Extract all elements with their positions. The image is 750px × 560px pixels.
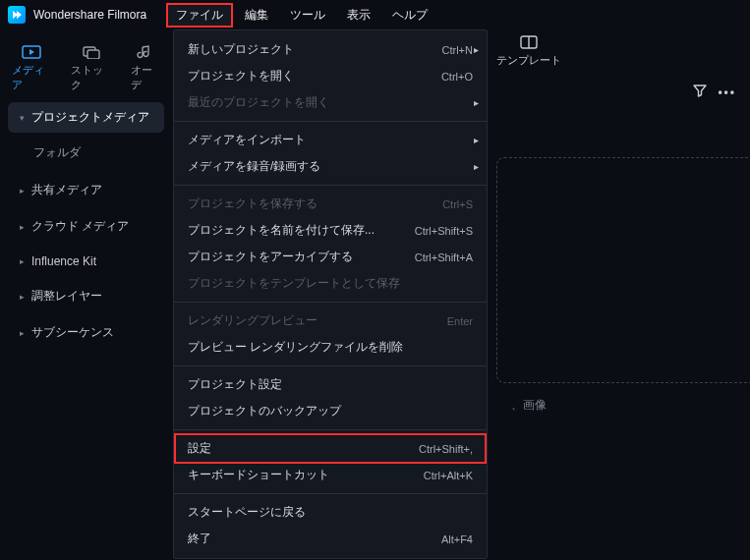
- menu-item-label: プロジェクトのバックアップ: [188, 403, 473, 420]
- menu-item-最近のプロジェクトを開く: 最近のプロジェクトを開く▸: [174, 89, 487, 116]
- menu-item-label: プロジェクトを開く: [188, 68, 430, 84]
- tab-label: ストック: [71, 63, 110, 92]
- sidebar-subitem-フォルダ[interactable]: フォルダ: [8, 139, 164, 175]
- chevron-right-icon: ▸: [474, 161, 479, 172]
- menu-編集[interactable]: 編集: [235, 3, 278, 28]
- menu-item-label: プロジェクト設定: [188, 376, 473, 393]
- filter-icon[interactable]: [692, 83, 708, 101]
- menu-separator: [174, 429, 487, 430]
- app-logo: [8, 6, 26, 24]
- sidebar-item-サブシーケンス[interactable]: ▸サブシーケンス: [8, 317, 164, 348]
- menu-item-新しいプロジェクト[interactable]: 新しいプロジェクトCtrl+N▸: [174, 36, 487, 63]
- menu-item-label: スタートページに戻る: [188, 504, 473, 521]
- menu-item-label: メディアをインポート: [188, 132, 473, 148]
- sidebar-item-label: サブシーケンス: [31, 324, 114, 341]
- tab-template[interactable]: テンプレート: [496, 35, 561, 68]
- chevron-right-icon: ▸: [474, 97, 479, 108]
- tab-ストック[interactable]: ストック: [71, 45, 110, 92]
- menu-item-キーボードショートカット[interactable]: キーボードショートカットCtrl+Alt+K: [174, 462, 487, 488]
- sidebar-item-label: Influence Kit: [31, 254, 96, 268]
- chevron-right-icon: ▸: [474, 44, 479, 55]
- sidebar-item-プロジェクトメディア[interactable]: ▾プロジェクトメディア: [8, 102, 164, 133]
- menu-item-label: プロジェクトを名前を付けて保存...: [188, 222, 403, 239]
- menu-separator: [174, 493, 487, 494]
- tab-label: テンプレート: [496, 53, 561, 68]
- app-title: Wondershare Filmora: [33, 8, 146, 22]
- chevron-down-icon: ▾: [18, 114, 26, 122]
- menu-item-プロジェクトをアーカイブする[interactable]: プロジェクトをアーカイブするCtrl+Shift+A: [174, 244, 487, 270]
- menu-item-プロジェクト設定[interactable]: プロジェクト設定: [174, 371, 487, 398]
- menu-ツール[interactable]: ツール: [280, 3, 335, 28]
- chevron-right-icon: ▸: [474, 135, 479, 145]
- menu-item-label: 設定: [188, 440, 407, 457]
- menu-item-shortcut: Alt+F4: [441, 533, 473, 545]
- template-icon: [520, 35, 538, 49]
- menu-item-label: プロジェクトをアーカイブする: [188, 249, 403, 265]
- menu-ファイル[interactable]: ファイル: [166, 3, 233, 28]
- menu-separator: [174, 185, 487, 186]
- menu-item-label: メディアを録音/録画する: [188, 158, 473, 175]
- chevron-right-icon: ▸: [18, 293, 26, 301]
- file-menu-dropdown: 新しいプロジェクトCtrl+N▸プロジェクトを開くCtrl+O最近のプロジェクト…: [173, 29, 488, 559]
- menu-item-shortcut: Ctrl+Shift+A: [415, 252, 473, 263]
- menu-separator: [174, 302, 487, 303]
- menu-separator: [174, 121, 487, 122]
- menu-item-shortcut: Ctrl+N: [442, 44, 473, 56]
- menu-item-メディアをインポート[interactable]: メディアをインポート▸: [174, 127, 487, 153]
- stock-icon: [82, 45, 101, 59]
- sidebar-item-調整レイヤー[interactable]: ▸調整レイヤー: [8, 281, 164, 311]
- sidebar-item-label: クラウド メディア: [31, 218, 129, 235]
- menu-item-プロジェクトをテンプレートとして保存: プロジェクトをテンプレートとして保存: [174, 270, 487, 297]
- sidebar-item-label: 調整レイヤー: [31, 288, 102, 305]
- svg-rect-2: [87, 50, 99, 59]
- menu-ヘルプ[interactable]: ヘルプ: [382, 3, 437, 28]
- menu-item-label: 新しいプロジェクト: [188, 41, 431, 58]
- menu-item-shortcut: Ctrl+Shift+S: [415, 225, 473, 237]
- menu-separator: [174, 365, 487, 366]
- menu-item-shortcut: Enter: [447, 315, 473, 327]
- menu-item-label: 終了: [188, 531, 430, 547]
- menu-item-プロジェクトを開く[interactable]: プロジェクトを開くCtrl+O: [174, 63, 487, 89]
- tab-オーデ[interactable]: オーデ: [131, 45, 160, 92]
- menu-item-設定[interactable]: 設定Ctrl+Shift+,: [174, 433, 487, 464]
- tab-メディア[interactable]: メディア: [12, 45, 51, 92]
- tab-label: オーデ: [131, 63, 160, 92]
- media-icon: [22, 45, 41, 59]
- menu-item-label: レンダリングプレビュー: [188, 312, 435, 329]
- menu-item-shortcut: Ctrl+Alt+K: [424, 470, 473, 481]
- sidebar-item-label: 共有メディア: [31, 182, 102, 198]
- sidebar-item-Influence Kit[interactable]: ▸Influence Kit: [8, 248, 164, 275]
- audio-icon: [136, 45, 155, 59]
- menu-item-shortcut: Ctrl+O: [441, 71, 473, 83]
- menu-item-label: プロジェクトを保存する: [188, 196, 431, 212]
- menu-item-プロジェクトのバックアップ[interactable]: プロジェクトのバックアップ: [174, 398, 487, 424]
- sidebar-item-label: プロジェクトメディア: [31, 109, 149, 126]
- menu-item-shortcut: Ctrl+Shift+,: [419, 443, 473, 455]
- sidebar-item-クラウド メディア[interactable]: ▸クラウド メディア: [8, 211, 164, 242]
- chevron-right-icon: ▸: [18, 223, 26, 231]
- media-drop-area[interactable]: [496, 157, 750, 383]
- menu-item-label: 最近のプロジェクトを開く: [188, 94, 473, 111]
- menu-item-label: プレビュー レンダリングファイルを削除: [188, 339, 473, 356]
- more-icon[interactable]: •••: [718, 85, 736, 99]
- menu-item-プレビュー レンダリングファイルを削除[interactable]: プレビュー レンダリングファイルを削除: [174, 334, 487, 361]
- menu-item-終了[interactable]: 終了Alt+F4: [174, 526, 487, 552]
- chevron-right-icon: ▸: [18, 329, 26, 337]
- menu-item-label: キーボードショートカット: [188, 467, 412, 483]
- menu-item-プロジェクトを保存する: プロジェクトを保存するCtrl+S: [174, 191, 487, 217]
- menu-item-label: プロジェクトをテンプレートとして保存: [188, 275, 473, 292]
- tab-label: メディア: [12, 63, 51, 92]
- menu-item-レンダリングプレビュー: レンダリングプレビューEnter: [174, 308, 487, 334]
- drop-hint-text: 、画像: [511, 397, 547, 414]
- menu-item-スタートページに戻る[interactable]: スタートページに戻る: [174, 499, 487, 526]
- sidebar-item-共有メディア[interactable]: ▸共有メディア: [8, 175, 164, 205]
- menu-item-プロジェクトを名前を付けて保存...[interactable]: プロジェクトを名前を付けて保存...Ctrl+Shift+S: [174, 217, 487, 244]
- chevron-right-icon: ▸: [18, 257, 26, 265]
- menu-item-shortcut: Ctrl+S: [442, 198, 473, 210]
- chevron-right-icon: ▸: [18, 187, 26, 195]
- menu-表示[interactable]: 表示: [337, 3, 380, 28]
- menu-item-メディアを録音/録画する[interactable]: メディアを録音/録画する▸: [174, 153, 487, 180]
